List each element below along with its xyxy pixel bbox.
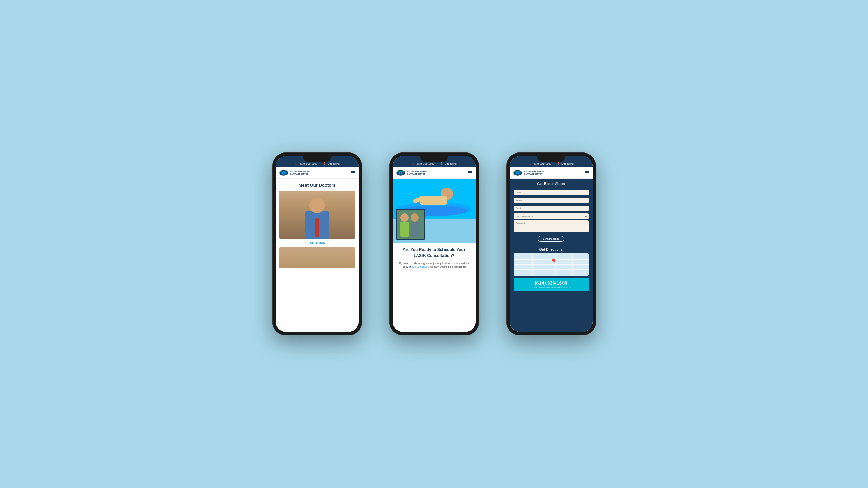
phone1-directions-label: Directions (328, 162, 340, 165)
svg-point-17 (411, 214, 419, 222)
phone2-navbar: COLUMBUS LASER & CATARACT CENTER (393, 167, 476, 179)
phone3-cta-number[interactable]: (614) 939-1600 (518, 280, 585, 286)
phone1-logo-text: COLUMBUS LASER & CATARACT CENTER (290, 170, 310, 175)
phone3-form-section: Get Better Vision I'm interested in... S… (510, 179, 593, 245)
interest-select[interactable]: I'm interested in... (514, 214, 589, 219)
comments-textarea[interactable] (514, 220, 589, 232)
phone-input[interactable] (514, 198, 589, 203)
phone3-cta: (614) 939-1600 6357 N. Hamilton Road, We… (514, 278, 589, 291)
phone3-hamburger-button[interactable] (585, 171, 589, 175)
phone1-phone-number: (614) 939-1600 (299, 162, 317, 165)
phone1-notch (303, 156, 331, 162)
couple-svg (397, 210, 424, 239)
phone2-screen: 📞 (614) 939-1600 📍 Directions (393, 156, 476, 332)
phone3-phone-number: (614) 939-1600 (533, 162, 551, 165)
phone2-eye-logo-icon (396, 169, 406, 176)
phone3: 📞 (614) 939-1600 📍 Directions (506, 152, 596, 336)
phone2-hamburger-button[interactable] (468, 171, 472, 175)
phone1: 📞 (614) 939-1600 📍 Directions (272, 152, 362, 336)
phone2-directions-label: Directions (445, 162, 457, 165)
phone3-topbar-phone[interactable]: 📞 (614) 939-1600 (528, 162, 551, 165)
name-input[interactable] (514, 190, 589, 195)
svg-rect-18 (411, 222, 419, 237)
doctor1-figure (302, 198, 332, 239)
phone1-topbar-directions[interactable]: 📍 Directions (323, 162, 340, 165)
phone2-phone-number: (614) 939-1600 (416, 162, 434, 165)
phone1-topbar-phone[interactable]: 📞 (614) 939-1600 (294, 162, 317, 165)
phone2: 📞 (614) 939-1600 📍 Directions (389, 152, 479, 336)
send-message-button[interactable]: Send Message (538, 236, 565, 242)
phone3-wrapper: 📞 (614) 939-1600 📍 Directions (506, 152, 596, 336)
svg-point-22 (517, 172, 518, 174)
phone2-logo-text: COLUMBUS LASER & CATARACT CENTER (407, 170, 427, 175)
phone3-map[interactable] (514, 253, 589, 276)
phone2-image-collage (393, 179, 476, 243)
phone3-directions-section: Get Directions (510, 245, 593, 332)
svg-point-7 (400, 172, 401, 174)
phone3-eye-logo-icon (513, 169, 522, 176)
phone1-navbar: COLUMBUS LASER & CATARACT CENTER (276, 167, 359, 179)
phone3-directions-heading: Get Directions (514, 248, 589, 251)
phone2-topbar-phone[interactable]: 📞 (614) 939-1600 (411, 162, 434, 165)
email-input[interactable] (514, 206, 589, 211)
phone1-wrapper: 📞 (614) 939-1600 📍 Directions (272, 152, 362, 336)
phone2-text-area: Are You Ready to Schedule Your LASIK Con… (393, 243, 476, 271)
scene: 📞 (614) 939-1600 📍 Directions (0, 0, 868, 488)
phone1-phone-icon: 📞 (294, 162, 298, 165)
phone1-pin-icon: 📍 (323, 162, 327, 165)
phone2-topbar-directions[interactable]: 📍 Directions (440, 162, 457, 165)
phone1-heading: Meet Our Doctors (279, 183, 355, 188)
phone3-pin-icon: 📍 (557, 162, 560, 165)
phone2-paragraph: If you are ready to begin your journey t… (397, 261, 471, 269)
phone2-pin-icon: 📍 (440, 162, 443, 165)
phone1-logo: COLUMBUS LASER & CATARACT CENTER (279, 169, 310, 176)
phone3-navbar: COLUMBUS LASER & CATARACT CENTER (510, 167, 593, 179)
phone1-doctor1-name: DR. BERAN (279, 241, 355, 245)
phone2-content: Are You Ready to Schedule Your LASIK Con… (393, 179, 476, 332)
svg-rect-16 (400, 222, 409, 237)
phone1-doctor1-photo (279, 191, 355, 239)
phone3-topbar-directions[interactable]: 📍 Directions (557, 162, 574, 165)
phone3-cta-address: 6357 N. Hamilton Road, Westerville, Ohio… (518, 286, 585, 288)
phone1-screen: 📞 (614) 939-1600 📍 Directions (276, 156, 359, 332)
phone2-wrapper: 📞 (614) 939-1600 📍 Directions (389, 152, 479, 336)
phone2-heading: Are You Ready to Schedule Your LASIK Con… (397, 247, 471, 259)
phone2-logo: COLUMBUS LASER & CATARACT CENTER (396, 169, 427, 176)
phone2-phone-link[interactable]: 614-939-1600 (412, 265, 428, 268)
svg-point-15 (400, 214, 409, 222)
phone1-doctor2-photo (279, 247, 355, 268)
phone3-notch (537, 156, 565, 162)
phone2-notch (420, 156, 448, 162)
phone3-content: Get Better Vision I'm interested in... S… (510, 179, 593, 332)
svg-point-3 (283, 172, 284, 174)
phone2-phone-icon: 📞 (411, 162, 415, 165)
phone1-hamburger-button[interactable] (351, 171, 355, 175)
phone1-content: Meet Our Doctors DR. BERAN (276, 179, 359, 332)
phone3-phone-icon: 📞 (528, 162, 532, 165)
phone2-couple-image (396, 209, 425, 240)
phone3-screen: 📞 (614) 939-1600 📍 Directions (510, 156, 593, 332)
phone3-logo: COLUMBUS LASER & CATARACT CENTER (513, 169, 544, 176)
phone1-eye-logo-icon (279, 169, 289, 176)
phone3-logo-text: COLUMBUS LASER & CATARACT CENTER (524, 170, 544, 175)
phone3-form-heading: Get Better Vision (514, 182, 589, 186)
doctor1-tie (315, 218, 319, 237)
phone3-directions-label: Directions (561, 162, 574, 165)
map-grid (514, 253, 589, 276)
